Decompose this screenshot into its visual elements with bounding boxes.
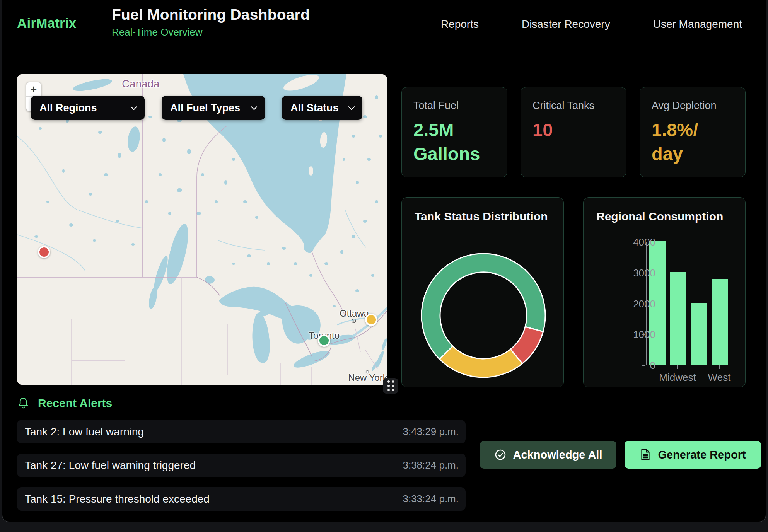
- tank-marker-warning[interactable]: [365, 314, 377, 326]
- stat-card-critical-tanks: Critical Tanks 10: [521, 87, 626, 177]
- regional-consumption-plot: [646, 242, 729, 365]
- stat-card-total-fuel: Total Fuel 2.5MGallons: [401, 87, 507, 177]
- alerts-title: Recent Alerts: [38, 397, 112, 410]
- alert-timestamp: 3:33:24 p.m.: [403, 493, 459, 505]
- y-tick-label: 4000: [621, 236, 655, 248]
- tank-status-card: Tank Status Distribution: [401, 197, 564, 387]
- main-nav: Reports Disaster Recovery User Managemen…: [441, 0, 742, 48]
- alert-timestamp: 3:43:29 p.m.: [403, 426, 459, 438]
- stat-value: 1.8%/day: [652, 118, 734, 166]
- x-tick-label: West: [708, 372, 731, 384]
- map-filter-bar: All Regions All Fuel Types All Status: [31, 96, 362, 120]
- fuel-type-filter-value: All Fuel Types: [170, 102, 240, 114]
- stat-value: 2.5MGallons: [413, 118, 495, 166]
- bar: [691, 303, 707, 365]
- x-tick-mark: [719, 365, 720, 369]
- nav-item-user-management[interactable]: User Management: [653, 18, 742, 31]
- map-resize-handle[interactable]: [383, 378, 398, 394]
- tank-marker-normal[interactable]: [318, 334, 330, 347]
- check-circle-icon: [494, 448, 507, 461]
- bar: [712, 279, 728, 365]
- stat-card-avg-depletion: Avg Depletion 1.8%/day: [640, 87, 746, 177]
- region-filter-dropdown[interactable]: All Regions: [31, 96, 145, 120]
- brand-logo[interactable]: AirMatrix: [17, 15, 77, 31]
- page-title: Fuel Monitoring Dashboard: [112, 6, 310, 23]
- tank-marker-critical[interactable]: [38, 246, 50, 258]
- acknowledge-all-label: Acknowledge All: [513, 448, 602, 461]
- page-subtitle: Real-Time Overview: [112, 26, 310, 38]
- alert-message: Tank 27: Low fuel warning triggered: [25, 459, 196, 472]
- y-tick-label: 3000: [621, 267, 655, 279]
- region-filter-value: All Regions: [39, 102, 97, 114]
- y-tick-mark: [642, 334, 645, 335]
- status-filter-dropdown[interactable]: All Status: [282, 96, 362, 120]
- alert-row[interactable]: Tank 27: Low fuel warning triggered 3:38…: [17, 454, 466, 477]
- alert-message: Tank 2: Low fuel warning: [25, 426, 144, 438]
- acknowledge-all-button[interactable]: Acknowledge All: [480, 441, 616, 469]
- regional-consumption-card: Regional Consumption 01000200030004000Mi…: [583, 197, 746, 387]
- dashboard-shell: AirMatrix Fuel Monitoring Dashboard Real…: [2, 0, 766, 522]
- generate-report-button[interactable]: Generate Report: [625, 441, 761, 469]
- stat-label: Avg Depletion: [652, 100, 734, 112]
- title-block: Fuel Monitoring Dashboard Real-Time Over…: [112, 6, 310, 38]
- nav-item-disaster-recovery[interactable]: Disaster Recovery: [522, 18, 610, 31]
- chevron-down-icon: [251, 104, 258, 110]
- tank-status-donut: [402, 198, 564, 388]
- alert-message: Tank 15: Pressure threshold exceeded: [25, 493, 210, 505]
- alert-row[interactable]: Tank 15: Pressure threshold exceeded 3:3…: [17, 487, 466, 511]
- alert-row[interactable]: Tank 2: Low fuel warning 3:43:29 p.m.: [17, 420, 466, 443]
- chevron-down-icon: [131, 104, 137, 110]
- fuel-type-filter-dropdown[interactable]: All Fuel Types: [162, 96, 265, 120]
- y-tick-label: 2000: [621, 298, 655, 310]
- chevron-down-icon: [348, 104, 355, 110]
- document-icon: [640, 448, 651, 461]
- stat-label: Total Fuel: [413, 100, 495, 112]
- y-tick-label: 1000: [621, 329, 655, 341]
- y-tick-mark: [642, 273, 645, 273]
- x-tick-label: Midwest: [659, 372, 696, 384]
- x-tick-mark: [677, 365, 678, 369]
- fuel-map[interactable]: Canada Ottawa Toronto New York + − All R…: [17, 74, 387, 385]
- alerts-header: Recent Alerts: [17, 397, 112, 410]
- status-filter-value: All Status: [290, 102, 339, 114]
- alert-timestamp: 3:38:24 p.m.: [403, 459, 459, 471]
- y-tick-mark: [642, 365, 645, 366]
- nav-item-reports[interactable]: Reports: [441, 18, 479, 31]
- generate-report-label: Generate Report: [658, 448, 746, 461]
- bell-icon: [17, 397, 29, 410]
- stat-label: Critical Tanks: [532, 100, 614, 112]
- stat-value: 10: [532, 118, 614, 142]
- regional-consumption-title: Regional Consumption: [596, 210, 723, 223]
- app-header: AirMatrix Fuel Monitoring Dashboard Real…: [2, 0, 766, 48]
- zoom-in-button[interactable]: +: [26, 82, 41, 97]
- y-tick-label: 0: [621, 360, 655, 372]
- y-tick-mark: [642, 304, 645, 304]
- map-canvas: [17, 74, 387, 385]
- y-tick-mark: [642, 242, 645, 242]
- bar: [670, 272, 686, 365]
